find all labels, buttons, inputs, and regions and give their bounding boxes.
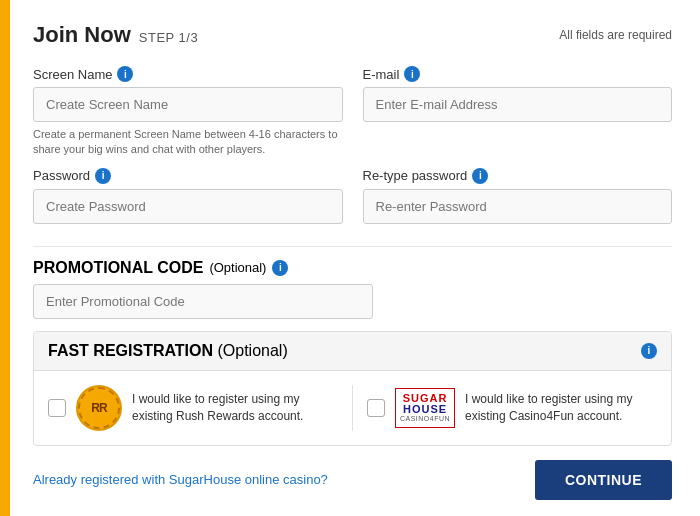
retype-password-label-text: Re-type password bbox=[363, 168, 468, 183]
already-registered-link[interactable]: Already registered with SugarHouse onlin… bbox=[33, 472, 328, 487]
rush-rewards-checkbox[interactable] bbox=[48, 399, 66, 417]
retype-password-label-row: Re-type password i bbox=[363, 168, 673, 184]
promo-label-row: PROMOTIONAL CODE (Optional) i bbox=[33, 259, 672, 277]
header-row: Join Now STEP 1/3 All fields are require… bbox=[33, 22, 672, 48]
fast-reg-title-optional: (Optional) bbox=[213, 342, 288, 359]
footer-row: Already registered with SugarHouse onlin… bbox=[33, 460, 672, 500]
sugar-label-1: SUGAR bbox=[403, 393, 448, 404]
promo-info-icon[interactable]: i bbox=[272, 260, 288, 276]
email-input[interactable] bbox=[363, 87, 673, 122]
retype-password-info-icon[interactable]: i bbox=[472, 168, 488, 184]
sugar-label-2: HOUSE bbox=[403, 404, 447, 415]
promo-code-input[interactable] bbox=[33, 284, 373, 319]
sugar-house-option: SUGAR HOUSE CASINO4FUN I would like to r… bbox=[367, 385, 657, 431]
form-section: Screen Name i Create a permanent Screen … bbox=[33, 66, 672, 500]
step-indicator: STEP 1/3 bbox=[139, 30, 198, 45]
email-label-text: E-mail bbox=[363, 67, 400, 82]
sugar-house-text: I would like to register using my existi… bbox=[465, 391, 657, 425]
screen-name-hint: Create a permanent Screen Name between 4… bbox=[33, 127, 343, 158]
fast-reg-title-bold: FAST REGISTRATION bbox=[48, 342, 213, 359]
password-info-icon[interactable]: i bbox=[95, 168, 111, 184]
fast-registration-section: FAST REGISTRATION (Optional) i RR I woul… bbox=[33, 331, 672, 446]
promo-label-optional: (Optional) bbox=[209, 260, 266, 275]
sugar-house-checkbox[interactable] bbox=[367, 399, 385, 417]
rush-rewards-logo: RR bbox=[76, 385, 122, 431]
rr-ring bbox=[78, 387, 120, 429]
password-input[interactable] bbox=[33, 189, 343, 224]
accent-bar bbox=[5, 0, 10, 516]
retype-password-group: Re-type password i bbox=[363, 168, 673, 224]
screen-name-group: Screen Name i Create a permanent Screen … bbox=[33, 66, 343, 158]
fast-reg-body: RR I would like to register using my exi… bbox=[34, 371, 671, 445]
fast-reg-divider bbox=[352, 385, 353, 431]
all-fields-required-label: All fields are required bbox=[559, 28, 672, 42]
promo-label-bold: PROMOTIONAL CODE bbox=[33, 259, 203, 277]
title-area: Join Now STEP 1/3 bbox=[33, 22, 198, 48]
retype-password-input[interactable] bbox=[363, 189, 673, 224]
fast-reg-info-icon[interactable]: i bbox=[641, 343, 657, 359]
password-label-text: Password bbox=[33, 168, 90, 183]
fast-reg-title: FAST REGISTRATION (Optional) bbox=[48, 342, 288, 360]
promo-section: PROMOTIONAL CODE (Optional) i bbox=[33, 259, 672, 319]
screen-name-label-row: Screen Name i bbox=[33, 66, 343, 82]
divider-1 bbox=[33, 246, 672, 247]
page-title: Join Now bbox=[33, 22, 131, 48]
password-group: Password i bbox=[33, 168, 343, 224]
fast-reg-header: FAST REGISTRATION (Optional) i bbox=[34, 332, 671, 371]
screen-name-info-icon[interactable]: i bbox=[117, 66, 133, 82]
rush-rewards-option: RR I would like to register using my exi… bbox=[48, 385, 338, 431]
screen-name-input[interactable] bbox=[33, 87, 343, 122]
sugar-label-3: CASINO4FUN bbox=[400, 415, 450, 423]
password-label-row: Password i bbox=[33, 168, 343, 184]
registration-card: Join Now STEP 1/3 All fields are require… bbox=[0, 0, 700, 516]
rush-rewards-text: I would like to register using my existi… bbox=[132, 391, 338, 425]
screen-name-label-text: Screen Name bbox=[33, 67, 112, 82]
sugar-house-logo: SUGAR HOUSE CASINO4FUN bbox=[395, 388, 455, 428]
email-label-row: E-mail i bbox=[363, 66, 673, 82]
continue-button[interactable]: CONTINUE bbox=[535, 460, 672, 500]
row-screen-email: Screen Name i Create a permanent Screen … bbox=[33, 66, 672, 158]
email-group: E-mail i bbox=[363, 66, 673, 158]
row-passwords: Password i Re-type password i bbox=[33, 168, 672, 224]
email-info-icon[interactable]: i bbox=[404, 66, 420, 82]
